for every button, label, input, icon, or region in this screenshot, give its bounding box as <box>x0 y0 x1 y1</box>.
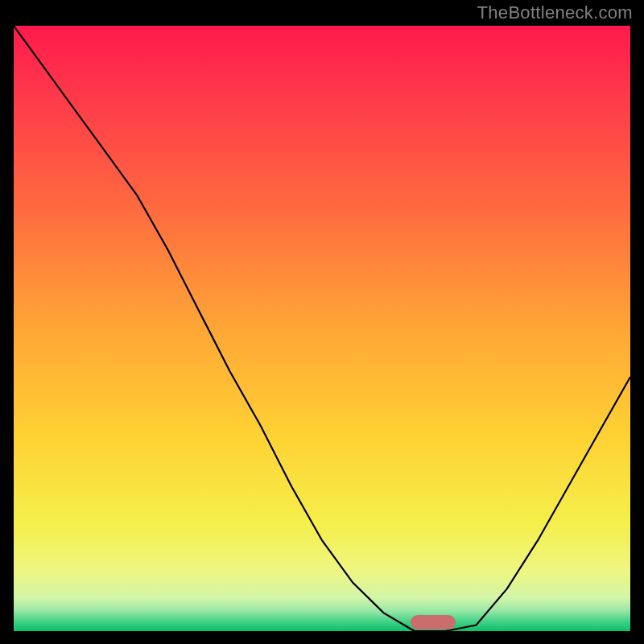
y-axis-line <box>12 26 14 633</box>
watermark-text: TheBottleneck.com <box>477 2 633 23</box>
optimal-point-marker <box>411 615 456 630</box>
chart-plot-area <box>12 26 632 633</box>
chart-gradient-background <box>14 26 630 631</box>
svg-rect-0 <box>14 26 630 631</box>
x-axis-line <box>12 631 632 633</box>
